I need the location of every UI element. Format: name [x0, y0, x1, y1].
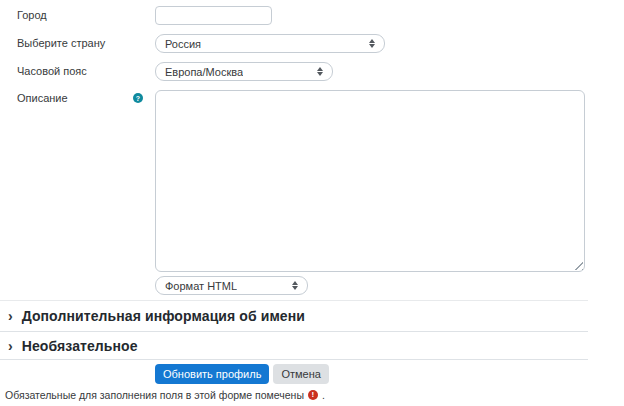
section-additional-names[interactable]: › Дополнительная информация об имени: [0, 301, 588, 332]
timezone-label: Часовой пояс: [17, 62, 87, 81]
format-select-value: Формат HTML: [165, 280, 237, 292]
select-arrows-icon: [369, 39, 376, 48]
city-input[interactable]: [155, 6, 272, 25]
format-select[interactable]: Формат HTML: [155, 276, 308, 295]
select-arrows-icon: [317, 67, 324, 76]
description-field-wrapper: [155, 90, 585, 272]
required-note-text: Обязательные для заполнения поля в этой …: [5, 389, 304, 401]
chevron-right-icon: ›: [8, 309, 13, 323]
cancel-button[interactable]: Отмена: [273, 364, 328, 384]
timezone-select-value: Европа/Москва: [165, 66, 243, 78]
update-profile-button[interactable]: Обновить профиль: [155, 364, 269, 384]
section-title: Дополнительная информация об имени: [22, 308, 305, 324]
required-icon: !: [308, 390, 318, 400]
chevron-right-icon: ›: [8, 339, 13, 353]
country-select-value: Россия: [165, 38, 201, 50]
required-note-suffix: .: [322, 389, 325, 401]
select-arrows-icon: [292, 281, 299, 290]
profile-edit-form: Город Выберите страну Россия Часовой поя…: [0, 0, 624, 406]
city-label: Город: [17, 6, 47, 25]
description-label: Описание: [17, 89, 68, 108]
country-label: Выберите страну: [17, 34, 105, 53]
section-optional[interactable]: › Необязательное: [0, 332, 588, 360]
country-select[interactable]: Россия: [155, 34, 385, 53]
help-icon[interactable]: ?: [133, 93, 143, 103]
form-actions: Обновить профиль Отмена: [155, 364, 329, 384]
description-textarea[interactable]: [155, 90, 585, 272]
section-title: Необязательное: [22, 338, 138, 354]
collapsed-sections: › Дополнительная информация об имени › Н…: [0, 300, 588, 360]
required-fields-note: Обязательные для заполнения поля в этой …: [5, 389, 325, 401]
timezone-select[interactable]: Европа/Москва: [155, 62, 333, 81]
